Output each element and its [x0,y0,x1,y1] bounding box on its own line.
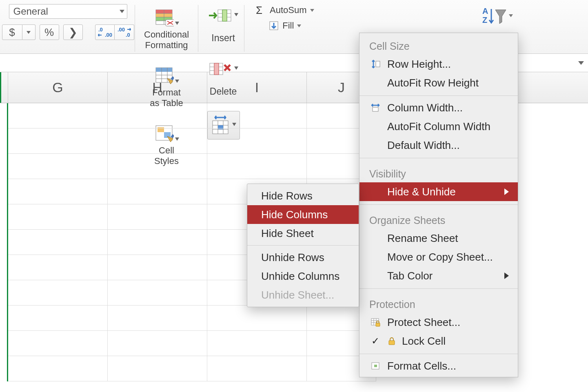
column-header-i[interactable]: I [207,72,307,103]
submenu-arrow-icon [504,188,509,195]
percent-button[interactable]: % [40,24,59,40]
conditional-formatting-button[interactable]: Conditional Formatting [144,4,189,51]
menu-item-lock-cell[interactable]: ✓ Lock Cell [359,332,518,350]
format-dropdown-menu: Cell Size Row Height... AutoFit Row Heig… [359,33,518,377]
menu-item-rename-sheet[interactable]: Rename Sheet [359,229,518,248]
checkmark-icon: ✓ [369,335,382,347]
svg-text:Z: Z [482,16,487,24]
selection-edge [7,103,8,381]
conditional-formatting-icon [154,7,174,27]
hide-unhide-submenu: Hide Rows Hide Columns Hide Sheet Unhide… [247,184,359,307]
svg-rect-31 [222,10,227,21]
autosum-label: AutoSum [270,5,307,16]
row-height-icon [371,59,380,69]
fill-button[interactable]: Fill [268,20,301,31]
number-format-dropdown[interactable]: General [9,4,127,19]
header-stub[interactable] [0,72,8,103]
fill-label: Fill [282,20,294,31]
number-format-value: General [13,6,48,17]
svg-rect-49 [373,107,378,111]
submenu-item-unhide-sheet: Unhide Sheet... [247,286,359,304]
chevron-down-icon [509,14,513,17]
menu-item-format-cells[interactable]: Format Cells... [359,357,518,375]
column-header-h[interactable]: H [108,72,207,103]
svg-text:A: A [482,7,488,16]
sigma-icon: Σ [256,5,266,16]
svg-rect-48 [376,61,380,67]
decrease-decimal-button[interactable]: .00.0 [115,24,134,40]
column-width-icon [371,103,380,113]
menu-item-hide-unhide[interactable]: Hide & Unhide [359,182,518,201]
svg-rect-58 [374,365,377,367]
currency-button[interactable]: $ [2,24,22,40]
svg-rect-56 [389,341,395,345]
currency-dropdown[interactable] [22,24,36,40]
lock-icon [387,337,396,345]
chevron-down-icon [175,22,179,25]
menu-item-autofit-column-width[interactable]: AutoFit Column Width [359,117,518,136]
submenu-item-unhide-rows[interactable]: Unhide Rows [247,248,359,267]
svg-text:Σ: Σ [256,5,262,16]
submenu-arrow-icon [504,272,509,279]
increase-decimal-button[interactable]: .0.00 [95,24,115,40]
menu-item-move-copy-sheet[interactable]: Move or Copy Sheet... [359,248,518,266]
chevron-down-icon [297,24,301,27]
menu-item-row-height[interactable]: Row Height... [359,55,518,73]
protect-sheet-icon [371,317,380,327]
menu-section-cell-size: Cell Size [359,33,518,55]
format-cells-small-icon [371,361,380,371]
chevron-down-icon [234,13,238,16]
svg-text:.00: .00 [118,27,125,33]
conditional-formatting-label: Conditional Formatting [144,29,189,51]
editing-group: Σ AutoSum Fill [244,4,321,31]
expand-formula-bar-icon[interactable] [578,61,584,65]
chevron-down-icon [234,66,238,70]
comma-style-button[interactable]: ❯ [63,24,83,40]
menu-item-autofit-row-height[interactable]: AutoFit Row Height [359,73,518,92]
sort-filter-button[interactable]: A Z [482,6,513,25]
submenu-item-hide-columns[interactable]: Hide Columns [247,205,359,224]
sort-filter-icon: A Z [482,6,507,25]
menu-item-protect-sheet[interactable]: Protect Sheet... [359,313,518,332]
currency-split-button[interactable]: $ [2,24,36,40]
submenu-item-hide-rows[interactable]: Hide Rows [247,186,359,205]
insert-button[interactable]: Insert [208,4,238,44]
svg-rect-55 [376,323,380,326]
menu-section-visibility: Visibility [359,161,518,182]
number-group: General $ % ❯ .0.00 .00.0 [0,4,135,40]
submenu-item-unhide-columns[interactable]: Unhide Columns [247,267,359,286]
svg-text:.0: .0 [98,27,103,33]
svg-text:.0: .0 [126,32,130,38]
insert-label: Insert [211,33,235,44]
menu-item-tab-color[interactable]: Tab Color [359,266,518,285]
menu-item-column-width[interactable]: Column Width... [359,98,518,117]
submenu-item-hide-sheet[interactable]: Hide Sheet [247,224,359,243]
autosum-button[interactable]: Σ AutoSum [256,5,314,16]
chevron-down-icon [310,9,314,12]
menu-section-organize: Organize Sheets [359,207,518,229]
svg-rect-16 [156,68,172,72]
insert-cells-icon [208,8,233,23]
menu-section-protection: Protection [359,291,518,313]
column-header-g[interactable]: G [8,72,108,103]
chevron-down-icon [120,10,124,13]
svg-text:.00: .00 [105,32,112,38]
menu-item-default-width[interactable]: Default Width... [359,136,518,155]
fill-down-icon [268,20,279,31]
